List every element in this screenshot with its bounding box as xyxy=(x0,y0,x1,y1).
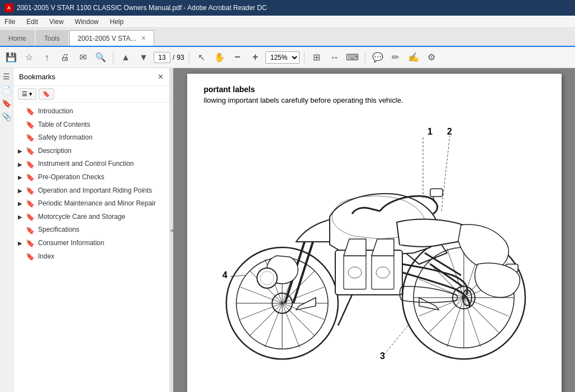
bookmark-label-safety: Safety Information xyxy=(38,133,165,142)
menu-edit[interactable]: Edit xyxy=(24,17,40,26)
panel-btn-layers[interactable]: ☰ xyxy=(1,70,13,83)
chevron-maintenance[interactable]: ▶ xyxy=(18,200,26,207)
bookmark-button[interactable]: ☆ xyxy=(21,50,37,65)
bookmark-item-introduction[interactable]: 🔖 Introduction xyxy=(13,105,169,118)
zoom-out-button[interactable]: − xyxy=(230,50,245,65)
content-area: portant labels llowing important labels … xyxy=(173,68,575,392)
prev-page-button[interactable]: ▲ xyxy=(118,50,134,65)
label-3: 3 xyxy=(380,351,385,361)
tab-bar: Home Tools 2001-2005 V STA... ✕ xyxy=(0,28,575,47)
panel-btn-pages[interactable]: 📄 xyxy=(1,84,13,96)
email-button[interactable]: ✉ xyxy=(75,50,91,65)
bookmark-icon-instrument: 🔖 xyxy=(26,160,35,169)
separator-1 xyxy=(113,51,113,64)
bookmark-item-toc[interactable]: 🔖 Table of Contents xyxy=(13,118,169,132)
menu-help[interactable]: Help xyxy=(108,17,126,26)
bookmark-item-description[interactable]: ▶ 🔖 Description xyxy=(13,145,169,158)
bookmark-label-introduction: Introduction xyxy=(38,107,165,116)
menu-file[interactable]: File xyxy=(2,17,17,26)
label-1: 1 xyxy=(427,127,433,136)
toolbar: 💾 ☆ ↑ 🖨 ✉ 🔍 ▲ ▼ / 93 ↖ ✋ − + 50% 75% 100… xyxy=(0,47,575,68)
bookmark-item-maintenance[interactable]: ▶ 🔖 Periodic Maintenance and Minor Repai… xyxy=(13,197,169,211)
bookmark-icon-description: 🔖 xyxy=(26,147,35,155)
search-zoom-button[interactable]: 🔍 xyxy=(93,50,108,65)
bookmark-label-specifications: Specifications xyxy=(38,226,165,235)
separator-2 xyxy=(189,51,189,64)
fit-page-button[interactable]: ⊞ xyxy=(309,50,325,65)
sidebar-close-button[interactable]: ✕ xyxy=(158,73,164,81)
bookmark-icon-toc: 🔖 xyxy=(26,121,35,129)
tab-tools[interactable]: Tools xyxy=(36,30,68,46)
menu-window[interactable]: Window xyxy=(73,17,101,26)
pdf-subtext: llowing important labels carefully befor… xyxy=(204,96,545,104)
bookmark-icon-care: 🔖 xyxy=(26,213,35,221)
motorcycle-diagram: 1 2 3 4 xyxy=(204,113,545,370)
sidebar-title: Bookmarks xyxy=(19,73,55,81)
share-button[interactable]: ↑ xyxy=(39,50,55,65)
comment-button[interactable]: 💬 xyxy=(370,50,386,65)
bookmark-label-toc: Table of Contents xyxy=(38,121,165,130)
bookmark-item-consumer[interactable]: ▶ 🔖 Consumer Information xyxy=(13,237,169,250)
page-number-input[interactable] xyxy=(154,52,170,63)
bookmark-icon-safety: 🔖 xyxy=(26,133,35,142)
bookmark-label-instrument: Instrument and Control Function xyxy=(38,160,165,169)
bookmark-label-consumer: Consumer Information xyxy=(38,239,165,248)
svg-line-41 xyxy=(230,275,246,276)
label-2: 2 xyxy=(447,127,452,136)
fit-width-button[interactable]: ↔ xyxy=(327,50,343,65)
bookmark-item-index[interactable]: 🔖 Index xyxy=(13,250,169,264)
menu-view[interactable]: View xyxy=(47,17,66,26)
bookmark-item-operation[interactable]: ▶ 🔖 Operation and Important Riding Point… xyxy=(13,184,169,198)
print-button[interactable]: 🖨 xyxy=(57,50,73,65)
label-4: 4 xyxy=(222,270,227,280)
menu-bar: File Edit View Window Help xyxy=(0,16,575,28)
save-button[interactable]: 💾 xyxy=(3,50,19,65)
panel-btn-attachments[interactable]: 📎 xyxy=(1,111,13,123)
sign-button[interactable]: ✍ xyxy=(406,50,421,65)
title-bar: A 2001-2005 V STAR 1100 CLASSIC Owners M… xyxy=(0,0,575,16)
chevron-pre-operation[interactable]: ▶ xyxy=(18,174,26,180)
chevron-operation[interactable]: ▶ xyxy=(18,188,26,194)
sidebar: Bookmarks ✕ ☰ ▾ 🔖 🔖 Introduction 🔖 Table… xyxy=(13,68,170,392)
bookmark-icon-index: 🔖 xyxy=(26,252,35,261)
bookmark-label-maintenance: Periodic Maintenance and Minor Repair xyxy=(38,199,165,208)
bookmark-options-button[interactable]: ☰ ▾ xyxy=(18,88,36,100)
page-separator: / xyxy=(173,54,174,61)
more-tools-button[interactable]: ⚙ xyxy=(424,50,439,65)
chevron-instrument[interactable]: ▶ xyxy=(18,161,26,168)
bookmark-item-care[interactable]: ▶ 🔖 Motorcycle Care and Storage xyxy=(13,211,169,224)
bookmark-item-safety[interactable]: 🔖 Safety Information xyxy=(13,131,169,145)
next-page-button[interactable]: ▼ xyxy=(136,50,151,65)
chevron-consumer[interactable]: ▶ xyxy=(18,240,26,246)
left-panel: ☰ 📄 🔖 📎 xyxy=(0,68,13,392)
bookmark-label-index: Index xyxy=(38,252,165,261)
zoom-in-button[interactable]: + xyxy=(248,50,263,65)
zoom-select[interactable]: 50% 75% 100% 125% 150% 200% xyxy=(265,51,300,64)
pen-button[interactable]: ✏ xyxy=(388,50,403,65)
tab-document[interactable]: 2001-2005 V STA... ✕ xyxy=(69,30,154,46)
bookmark-label-care: Motorcycle Care and Storage xyxy=(38,213,165,222)
sidebar-toolbar: ☰ ▾ 🔖 xyxy=(13,86,169,103)
window-title: 2001-2005 V STAR 1100 CLASSIC Owners Man… xyxy=(17,4,267,12)
tab-home[interactable]: Home xyxy=(0,30,35,46)
bookmark-item-specifications[interactable]: 🔖 Specifications xyxy=(13,223,169,237)
svg-point-32 xyxy=(257,268,277,288)
chevron-description[interactable]: ▶ xyxy=(18,148,26,154)
chevron-care[interactable]: ▶ xyxy=(18,214,26,220)
add-bookmark-button[interactable]: 🔖 xyxy=(39,88,54,100)
separator-4 xyxy=(365,51,365,64)
bookmark-item-pre-operation[interactable]: ▶ 🔖 Pre-Operation Checks xyxy=(13,171,169,184)
panel-btn-bookmarks[interactable]: 🔖 xyxy=(1,97,13,109)
bookmark-label-operation: Operation and Important Riding Points xyxy=(38,187,165,195)
separator-3 xyxy=(304,51,305,64)
tab-close-icon[interactable]: ✕ xyxy=(141,35,146,42)
cursor-tool-button[interactable]: ↖ xyxy=(194,50,210,65)
bookmark-icon-pre-operation: 🔖 xyxy=(26,173,35,181)
bookmark-item-instrument[interactable]: ▶ 🔖 Instrument and Control Function xyxy=(13,157,169,171)
sidebar-header: Bookmarks ✕ xyxy=(13,68,169,86)
bookmark-icon-operation: 🔖 xyxy=(26,187,35,195)
bookmark-label-description: Description xyxy=(38,147,165,156)
keyboard-button[interactable]: ⌨ xyxy=(345,50,360,65)
hand-tool-button[interactable]: ✋ xyxy=(212,50,227,65)
bookmark-label-pre-operation: Pre-Operation Checks xyxy=(38,173,165,182)
